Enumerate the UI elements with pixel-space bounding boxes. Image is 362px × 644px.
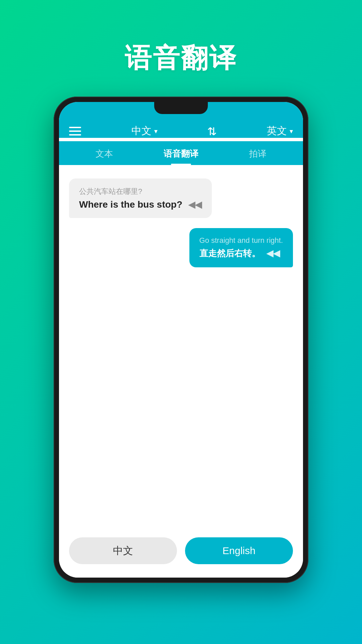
phone-screen: 中文 ▾ ⇄ 英文 ▾ 文本 语音翻译 拍译 公共汽车站在哪里? Where i <box>59 102 303 578</box>
source-lang-dropdown-arrow: ▾ <box>154 127 158 135</box>
bubble-translation-2: 直走然后右转。 ◀◀ <box>199 248 283 259</box>
notch-bar <box>59 102 303 118</box>
record-english-button[interactable]: English <box>185 537 293 564</box>
source-lang-label: 中文 <box>131 124 152 138</box>
tab-voice[interactable]: 语音翻译 <box>142 148 219 165</box>
target-lang-label: 英文 <box>267 124 287 138</box>
tab-bar: 文本 语音翻译 拍译 <box>59 141 303 165</box>
bubble-translation-1: Where is the bus stop? ◀◀ <box>79 199 202 210</box>
tab-photo[interactable]: 拍译 <box>220 148 296 165</box>
source-lang-selector[interactable]: 中文 ▾ <box>131 124 158 138</box>
bottom-bar: 中文 English <box>59 529 303 578</box>
notch <box>154 102 208 114</box>
chat-area: 公共汽车站在哪里? Where is the bus stop? ◀◀ Go s… <box>59 165 303 529</box>
target-lang-dropdown-arrow: ▾ <box>290 127 293 135</box>
sound-icon-2[interactable]: ◀◀ <box>266 248 280 259</box>
message-bubble-1: 公共汽车站在哪里? Where is the bus stop? ◀◀ <box>69 178 293 218</box>
sound-icon-1[interactable]: ◀◀ <box>188 200 202 210</box>
app-header: 中文 ▾ ⇄ 英文 ▾ <box>59 118 303 138</box>
phone-frame: 中文 ▾ ⇄ 英文 ▾ 文本 语音翻译 拍译 公共汽车站在哪里? Where i <box>54 97 308 583</box>
tab-text[interactable]: 文本 <box>66 148 142 165</box>
bubble-right-2: Go straight and turn right. 直走然后右转。 ◀◀ <box>189 228 293 267</box>
page-title: 语音翻译 <box>125 40 237 76</box>
bubble-original-2: Go straight and turn right. <box>199 236 283 245</box>
target-lang-selector[interactable]: 英文 ▾ <box>267 124 293 138</box>
menu-icon[interactable] <box>69 127 81 136</box>
swap-languages-icon[interactable]: ⇄ <box>206 126 219 136</box>
record-chinese-button[interactable]: 中文 <box>69 537 177 564</box>
bubble-original-1: 公共汽车站在哪里? <box>79 186 202 197</box>
message-bubble-2: Go straight and turn right. 直走然后右转。 ◀◀ <box>69 228 293 267</box>
bubble-left-1: 公共汽车站在哪里? Where is the bus stop? ◀◀ <box>69 178 212 218</box>
